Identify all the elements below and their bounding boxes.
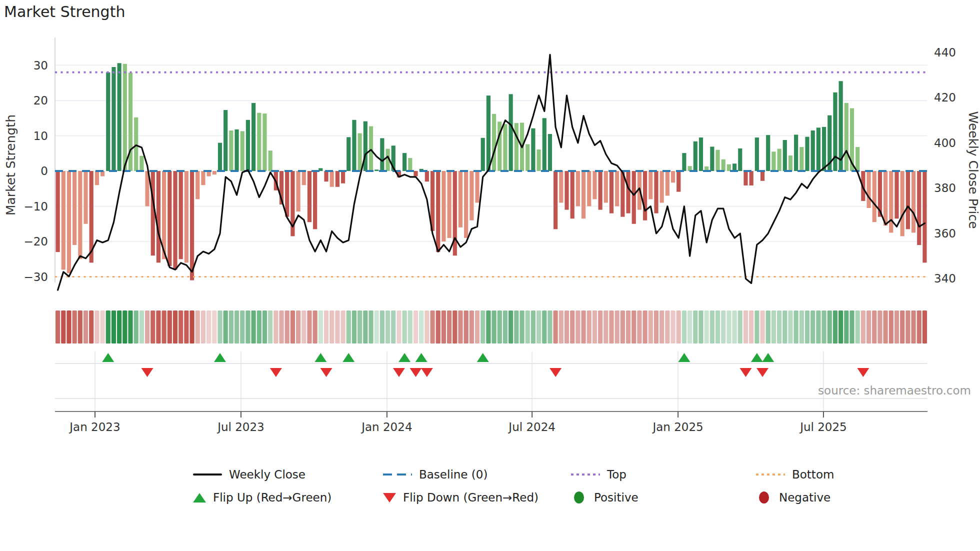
heat-cell	[800, 310, 804, 344]
strength-bar	[341, 171, 345, 184]
strength-bar	[257, 113, 261, 171]
heat-cell	[693, 310, 698, 344]
heat-cell	[592, 310, 597, 344]
heat-cell	[777, 310, 782, 344]
heat-cell	[833, 310, 838, 344]
heat-cell	[503, 310, 508, 344]
flip-down-triangle-icon	[383, 493, 396, 502]
heat-cell	[218, 310, 222, 344]
heat-cell	[810, 310, 815, 344]
heat-cell	[324, 310, 328, 344]
strength-bar	[794, 134, 798, 171]
heat-cell	[447, 310, 452, 344]
heat-cell	[234, 310, 239, 344]
strength-bar	[184, 171, 188, 262]
strength-bar	[682, 153, 686, 171]
strength-bar	[554, 171, 558, 229]
heat-cell	[173, 310, 178, 344]
heat-cell	[274, 310, 278, 344]
heat-cell	[374, 310, 379, 344]
heat-cell	[732, 310, 736, 344]
strength-bar	[201, 171, 205, 185]
strength-bar	[732, 164, 736, 171]
heat-cell	[475, 310, 480, 344]
heat-cell	[285, 310, 290, 344]
strength-bar	[78, 171, 82, 259]
strength-bar	[296, 171, 300, 212]
heat-cell	[782, 310, 787, 344]
strength-bar	[604, 171, 608, 202]
strength-bar	[872, 171, 876, 222]
heat-cell	[290, 310, 295, 344]
right-axis-tick-label: 420	[934, 91, 956, 104]
strength-bar	[760, 171, 764, 181]
strength-bar	[894, 171, 898, 218]
legend-item-positive: Positive	[571, 489, 638, 506]
heat-cell	[531, 310, 536, 344]
flip-down-marker	[320, 368, 332, 377]
strength-bar	[660, 171, 664, 202]
flip-up-marker	[678, 353, 690, 362]
heat-cell	[794, 310, 798, 344]
heat-cell	[559, 310, 564, 344]
strength-bar	[156, 171, 160, 262]
heat-cell	[408, 310, 412, 344]
strength-bar	[783, 140, 787, 171]
strength-bar	[755, 138, 759, 171]
heat-cell	[866, 310, 871, 344]
strength-bar	[654, 171, 658, 214]
heat-cell	[56, 310, 60, 344]
strength-bar	[128, 72, 132, 171]
market-strength-dashboard: Market Strength 3020100−10−20−3044042040…	[0, 0, 980, 551]
flip-up-marker	[314, 353, 326, 362]
strength-bar	[229, 130, 233, 171]
strength-bar	[676, 171, 680, 192]
heat-cell	[246, 310, 250, 344]
heat-cell	[917, 310, 922, 344]
heat-cell	[492, 310, 496, 344]
flip-down-marker	[756, 368, 768, 377]
flip-up-marker	[477, 353, 489, 362]
heat-cell	[498, 310, 502, 344]
strength-bar	[592, 171, 596, 199]
heat-cell	[805, 310, 810, 344]
heat-cell	[676, 310, 681, 344]
right-axis-tick-label: 380	[934, 182, 956, 194]
heat-cell	[279, 310, 284, 344]
strength-bar	[570, 171, 574, 218]
heat-cell	[94, 310, 99, 344]
legend-item-bottom: Bottom	[756, 466, 834, 483]
heat-cell	[906, 310, 910, 344]
strength-bar	[922, 171, 926, 262]
strength-bar	[632, 171, 636, 224]
strength-bar	[458, 171, 462, 228]
strength-bar	[336, 171, 340, 187]
flip-up-marker	[342, 353, 354, 362]
strength-bar	[766, 135, 770, 171]
heat-cell	[620, 310, 625, 344]
heat-cell	[150, 310, 155, 344]
strength-bar	[302, 171, 306, 185]
flip-up-marker	[102, 353, 114, 362]
strength-bar	[788, 156, 792, 171]
heat-cell	[894, 310, 899, 344]
strength-bar	[884, 171, 888, 226]
heat-cell	[442, 310, 446, 344]
legend-item-baseline: Baseline (0)	[383, 466, 488, 483]
strength-bar	[330, 171, 334, 187]
heat-cell	[257, 310, 262, 344]
strength-bar	[123, 64, 127, 171]
strength-bar	[448, 171, 452, 238]
heat-cell	[78, 310, 82, 344]
strength-bar	[218, 143, 222, 171]
heat-cell	[850, 310, 854, 344]
x-tick-label: Jul 2025	[799, 420, 847, 434]
heat-cell	[162, 310, 166, 344]
strength-bar	[710, 146, 714, 171]
strength-bar	[906, 171, 910, 229]
heat-cell	[626, 310, 630, 344]
heat-cell	[117, 310, 122, 344]
heat-cell	[307, 310, 312, 344]
legend-label: Flip Up (Red→Green)	[213, 491, 332, 504]
heat-cell	[168, 310, 172, 344]
